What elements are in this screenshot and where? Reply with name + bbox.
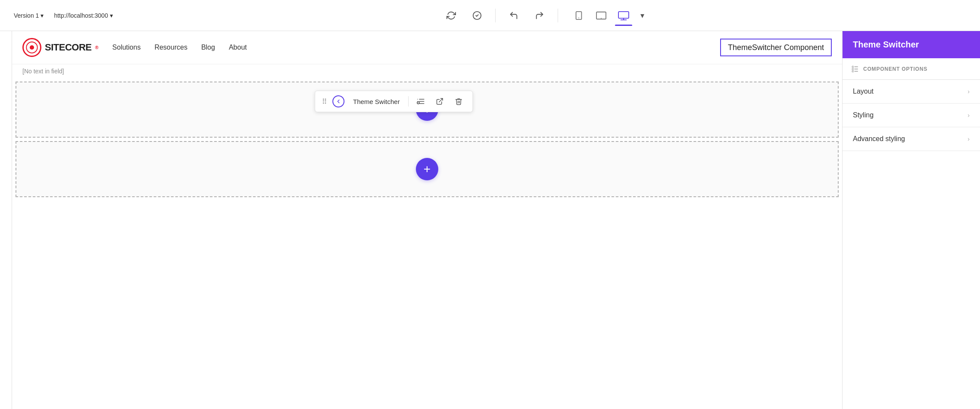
desktop-view-button[interactable] <box>613 5 634 26</box>
sitecore-logo-circle <box>22 38 41 57</box>
refresh-button[interactable] <box>443 8 459 23</box>
undo-button[interactable] <box>506 8 521 23</box>
add-content-button-2[interactable]: + <box>416 158 438 180</box>
url-chevron: ▾ <box>110 12 113 19</box>
device-more-button[interactable]: ▾ <box>636 9 649 22</box>
nav-about[interactable]: About <box>229 44 247 51</box>
nav-solutions[interactable]: Solutions <box>112 44 141 51</box>
svg-rect-5 <box>618 11 629 18</box>
advanced-styling-label: Advanced styling <box>853 135 905 143</box>
right-panel: Theme Switcher COMPONENT OPTIONS Layout … <box>842 31 980 409</box>
delete-component-button[interactable] <box>452 94 466 108</box>
svg-point-8 <box>30 45 34 50</box>
toolbar-divider-1 <box>495 9 496 22</box>
mobile-view-button[interactable] <box>568 5 589 26</box>
dashed-container-2: + <box>16 141 839 197</box>
sitecore-logo-text: SITECORE <box>45 42 91 53</box>
component-options-bar: COMPONENT OPTIONS <box>843 58 980 80</box>
toolbar-left: Version 1 ▾ http://localhost:3000 ▾ <box>10 10 116 21</box>
svg-point-15 <box>417 102 419 104</box>
layout-section[interactable]: Layout › <box>843 80 980 104</box>
theme-switcher-component-label: ThemeSwitcher Component <box>720 39 832 57</box>
check-button[interactable] <box>469 8 485 23</box>
open-editor-button[interactable] <box>433 94 447 108</box>
redo-button[interactable] <box>532 8 547 23</box>
advanced-styling-section[interactable]: Advanced styling › <box>843 127 980 151</box>
toolbar: Version 1 ▾ http://localhost:3000 ▾ <box>0 0 980 31</box>
right-panel-title: Theme Switcher <box>853 40 919 50</box>
back-button[interactable] <box>332 95 344 107</box>
no-text-field: [No text in field] <box>12 64 842 78</box>
canvas-area: SITECORE ® Solutions Resources Blog Abou… <box>12 31 842 409</box>
styling-label: Styling <box>853 111 874 119</box>
component-toolbar-name: Theme Switcher <box>350 98 403 105</box>
left-sidebar <box>0 31 12 409</box>
styling-chevron: › <box>968 112 970 119</box>
svg-rect-19 <box>852 71 853 72</box>
nav-resources[interactable]: Resources <box>154 44 187 51</box>
nav-blog[interactable]: Blog <box>201 44 215 51</box>
tablet-view-button[interactable] <box>591 5 612 26</box>
svg-line-16 <box>439 98 443 102</box>
toolbar-center: ▾ <box>123 5 970 26</box>
right-panel-header: Theme Switcher <box>843 31 980 58</box>
layout-label: Layout <box>853 88 874 95</box>
device-more-chevron: ▾ <box>640 11 644 20</box>
site-header: SITECORE ® Solutions Resources Blog Abou… <box>12 31 842 64</box>
component-toolbar: ⠿ Theme Switcher <box>315 91 473 112</box>
version-chevron: ▾ <box>41 12 44 19</box>
version-label: Version 1 <box>14 12 39 19</box>
url-label: http://localhost:3000 <box>54 12 108 19</box>
toolbar-divider-2 <box>558 9 558 22</box>
site-logo: SITECORE ® <box>22 38 99 57</box>
advanced-styling-chevron: › <box>968 135 970 142</box>
toolbar-divider <box>409 96 409 107</box>
device-icons: ▾ <box>568 5 649 26</box>
site-nav: Solutions Resources Blog About <box>112 44 247 51</box>
canvas-frame: SITECORE ® Solutions Resources Blog Abou… <box>12 31 842 409</box>
component-options-icon <box>851 64 859 73</box>
drag-handle-icon[interactable]: ⠿ <box>322 98 327 106</box>
component-options-label: COMPONENT OPTIONS <box>863 66 927 72</box>
styling-section[interactable]: Styling › <box>843 104 980 127</box>
svg-rect-17 <box>852 66 853 68</box>
layout-chevron: › <box>968 88 970 95</box>
main-layout: SITECORE ® Solutions Resources Blog Abou… <box>0 31 980 409</box>
svg-rect-18 <box>852 69 853 70</box>
version-selector[interactable]: Version 1 ▾ <box>10 10 47 21</box>
url-selector[interactable]: http://localhost:3000 ▾ <box>50 10 116 21</box>
search-settings-button[interactable] <box>414 94 428 108</box>
